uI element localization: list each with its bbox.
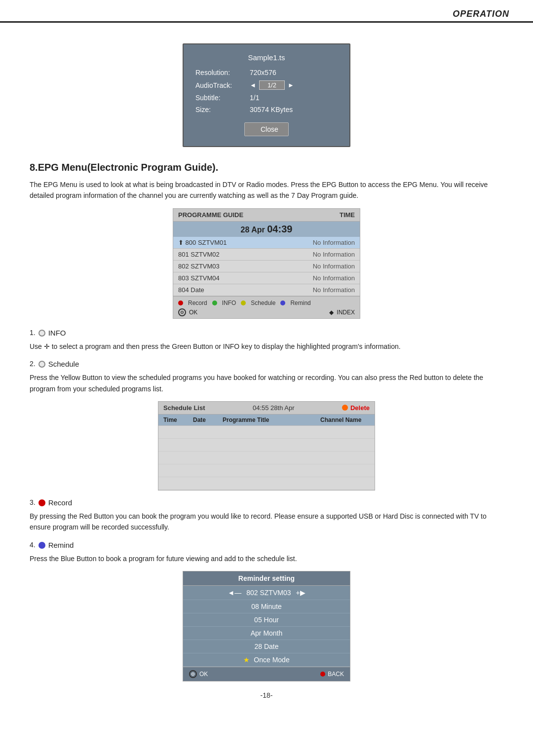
schedule-list-datetime: 04:55 28th Apr	[253, 404, 295, 412]
schedule-list-header: Schedule List 04:55 28th Apr Delete	[158, 402, 375, 415]
epg-channel-row: 802 SZTVM03 No Information	[173, 261, 360, 272]
index-diamond-icon: ◆	[329, 309, 334, 316]
subtitle-label: Subtitle:	[195, 94, 250, 102]
reminder-date-row: 28 Date	[183, 640, 350, 653]
index-legend-label: INDEX	[337, 309, 355, 316]
file-info-dialog: Sample1.ts Resolution: 720x576 AudioTrac…	[183, 43, 350, 147]
reminder-mode: Once Mode	[254, 656, 289, 664]
size-row: Size: 30574 KBytes	[195, 106, 338, 113]
reminder-channel: 802 SZTVM03	[246, 589, 291, 597]
item-label-1: INFO	[48, 329, 66, 337]
remind-legend-label: Remind	[290, 300, 310, 306]
item-header-1: 1.INFO	[30, 329, 503, 337]
epg-channel-info: No Information	[313, 286, 355, 294]
col-title: Programme Title	[223, 416, 320, 423]
info-dot-legend	[212, 301, 217, 305]
reminder-month-row: Apr Month	[183, 627, 350, 640]
item-num-4: 4.	[30, 541, 36, 549]
epg-channel-name: 802 SZTVM03	[178, 263, 220, 270]
subtitle-value: 1/1	[250, 94, 338, 102]
item-label-3: Record	[48, 498, 72, 507]
ok-circle-icon: ⊙	[189, 670, 197, 678]
reminder-minute-row: 08 Minute	[183, 600, 350, 613]
item-description-3: By pressing the Red Button you can book …	[30, 511, 503, 533]
epg-guide: PROGRAMME GUIDE TIME 28 Apr 04:39 ⬆ 800 …	[173, 208, 360, 319]
resolution-label: Resolution:	[195, 69, 250, 76]
epg-channels-list: ⬆ 800 SZTVM01 No Information 801 SZTVM02…	[173, 237, 360, 296]
delete-dot-icon	[342, 405, 348, 411]
epg-channel-row: 803 SZTVM04 No Information	[173, 272, 360, 284]
epg-channel-info: No Information	[313, 239, 355, 246]
item-label-2: Schedule	[48, 360, 79, 368]
epg-guide-header: PROGRAMME GUIDE TIME	[173, 209, 360, 222]
col-channel: Channel Name	[320, 416, 370, 423]
audiotrack-left-arrow[interactable]: ◄	[250, 81, 256, 89]
back-dot-icon	[320, 672, 325, 677]
epg-channel-info: No Information	[313, 263, 355, 270]
resolution-row: Resolution: 720x576	[195, 69, 338, 76]
item-header-3: 3.Record	[30, 498, 503, 507]
epg-time: 04:39	[267, 224, 292, 234]
epg-legend-row-1: Record INFO Schedule Remind	[178, 300, 355, 306]
epg-channel-name: 803 SZTVM04	[178, 274, 220, 282]
audiotrack-row: AudioTrack: ◄ 1/2 ►	[195, 80, 338, 90]
reminder-back-btn[interactable]: BACK	[320, 671, 344, 678]
epg-channel-name: 801 SZTVM02	[178, 251, 220, 258]
reminder-ok-label: OK	[199, 671, 208, 678]
epg-channel-name: 804 Date	[178, 286, 204, 294]
epg-legend-ok-row: ⊙ OK ◆ INDEX	[178, 308, 355, 316]
item-num-1: 1.	[30, 329, 36, 337]
reminder-arrow-right[interactable]: +▶	[296, 589, 305, 597]
schedule-empty-row	[158, 439, 375, 452]
epg-date-row: 28 Apr 04:39	[173, 222, 360, 237]
reminder-hour-row: 05 Hour	[183, 613, 350, 627]
reminder-back-label: BACK	[328, 671, 344, 678]
epg-guide-title: PROGRAMME GUIDE	[178, 211, 243, 219]
epg-channel-row: 804 Date No Information	[173, 284, 360, 296]
ok-circle-icon: ⊙	[178, 308, 186, 316]
item-description-2: Press the Yellow Button to view the sche…	[30, 372, 503, 394]
record-dot-legend	[178, 301, 183, 305]
close-button[interactable]: Close	[244, 122, 289, 136]
reminder-arrow-left[interactable]: ◄—	[228, 589, 241, 597]
schedule-empty-row	[158, 477, 375, 490]
epg-date: 28 Apr	[241, 226, 265, 234]
col-date: Date	[193, 416, 223, 423]
delete-label: Delete	[350, 404, 370, 412]
schedule-list-dialog: Schedule List 04:55 28th Apr Delete Time…	[158, 401, 375, 491]
numbered-items-container: 1.INFOUse ✛ to select a program and then…	[30, 329, 503, 681]
item-description-4: Press the Blue Button to book a program …	[30, 553, 503, 564]
epg-guide-time-header: TIME	[340, 211, 355, 219]
item-num-2: 2.	[30, 360, 36, 368]
item-header-4: 4.Remind	[30, 541, 503, 549]
section-header: OPERATION	[0, 0, 533, 23]
item-dot-2	[38, 361, 45, 368]
epg-description: The EPG Menu is used to look at what is …	[30, 179, 503, 201]
col-time: Time	[163, 416, 193, 423]
ok-legend-label: OK	[189, 309, 197, 316]
size-label: Size:	[195, 106, 250, 113]
remind-dot-legend	[280, 301, 285, 305]
size-value: 30574 KBytes	[250, 106, 338, 113]
audiotrack-label: AudioTrack:	[195, 81, 250, 89]
epg-channel-info: No Information	[313, 251, 355, 258]
schedule-legend-label: Schedule	[251, 300, 275, 306]
reminder-mode-row: ★ Once Mode	[183, 653, 350, 667]
audiotrack-right-arrow[interactable]: ►	[288, 81, 294, 89]
file-info-filename: Sample1.ts	[195, 53, 338, 62]
reminder-ok-btn[interactable]: ⊙ OK	[189, 670, 208, 678]
epg-channel-name: ⬆ 800 SZTVM01	[178, 239, 227, 246]
schedule-cols-header: Time Date Programme Title Channel Name	[158, 415, 375, 426]
info-legend-label: INFO	[222, 300, 236, 306]
item-label-4: Remind	[48, 541, 74, 549]
item-dot-3	[38, 499, 45, 506]
item-num-3: 3.	[30, 498, 36, 506]
schedule-empty-row	[158, 452, 375, 464]
schedule-dot-legend	[241, 301, 246, 305]
schedule-empty-row	[158, 426, 375, 439]
subtitle-row: Subtitle: 1/1	[195, 94, 338, 102]
schedule-delete-btn[interactable]: Delete	[342, 404, 370, 412]
item-dot-4	[38, 542, 45, 549]
audiotrack-value: 1/2	[259, 80, 285, 90]
item-description-1: Use ✛ to select a program and then press…	[30, 341, 503, 352]
